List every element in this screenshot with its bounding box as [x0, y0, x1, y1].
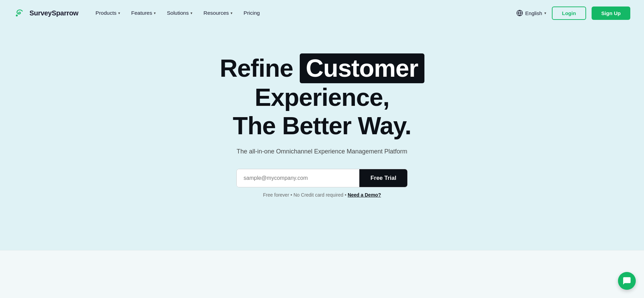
svg-point-1: [16, 15, 17, 16]
hero-subtitle: The all-in-one Omnichannel Experience Ma…: [237, 148, 407, 155]
hero-highlight: Customer: [300, 53, 424, 83]
nav-pricing[interactable]: Pricing: [239, 7, 264, 19]
chevron-down-icon: ▾: [190, 11, 193, 15]
nav-links: Products ▾ Features ▾ Solutions ▾ Resour…: [91, 7, 265, 19]
hero-line1-after: Experience,: [255, 84, 389, 111]
language-label: English: [525, 10, 542, 16]
signup-button[interactable]: Sign Up: [592, 7, 630, 20]
nav-products[interactable]: Products ▾: [91, 7, 125, 19]
nav-pricing-label: Pricing: [244, 10, 260, 16]
globe-icon: [516, 10, 523, 16]
hero-line2: The Better Way.: [233, 112, 411, 139]
logo-icon: [14, 7, 26, 19]
footnote-text: Free forever • No Credit card required •: [263, 192, 346, 198]
language-selector[interactable]: English ▾: [516, 10, 546, 16]
bottom-bar: [0, 250, 644, 298]
brand-name: SurveySparrow: [29, 9, 78, 17]
hero-form: Free Trial: [236, 169, 408, 187]
navbar-left: SurveySparrow Products ▾ Features ▾ Solu…: [14, 7, 264, 19]
nav-resources[interactable]: Resources ▾: [199, 7, 237, 19]
chevron-down-icon: ▾: [544, 11, 546, 15]
nav-solutions-label: Solutions: [167, 10, 189, 16]
navbar: SurveySparrow Products ▾ Features ▾ Solu…: [0, 0, 644, 26]
chevron-down-icon: ▾: [154, 11, 156, 15]
nav-products-label: Products: [96, 10, 116, 16]
email-input[interactable]: [237, 169, 359, 187]
logo[interactable]: SurveySparrow: [14, 7, 78, 19]
chat-icon: [622, 276, 631, 285]
chevron-down-icon: ▾: [231, 11, 233, 15]
svg-point-0: [14, 7, 26, 19]
hero-line1-before: Refine: [220, 54, 293, 82]
chat-button[interactable]: [618, 272, 636, 290]
nav-resources-label: Resources: [203, 10, 229, 16]
navbar-right: English ▾ Login Sign Up: [516, 7, 630, 20]
nav-features[interactable]: Features ▾: [126, 7, 161, 19]
nav-solutions[interactable]: Solutions ▾: [162, 7, 197, 19]
demo-link[interactable]: Need a Demo?: [348, 192, 381, 198]
free-trial-button[interactable]: Free Trial: [359, 169, 407, 187]
hero-section: Refine Customer Experience, The Better W…: [0, 26, 644, 218]
hero-headline: Refine Customer Experience, The Better W…: [151, 53, 493, 140]
hero-footnote: Free forever • No Credit card required •…: [263, 192, 381, 198]
login-button[interactable]: Login: [552, 7, 586, 20]
chevron-down-icon: ▾: [118, 11, 120, 15]
nav-features-label: Features: [131, 10, 152, 16]
